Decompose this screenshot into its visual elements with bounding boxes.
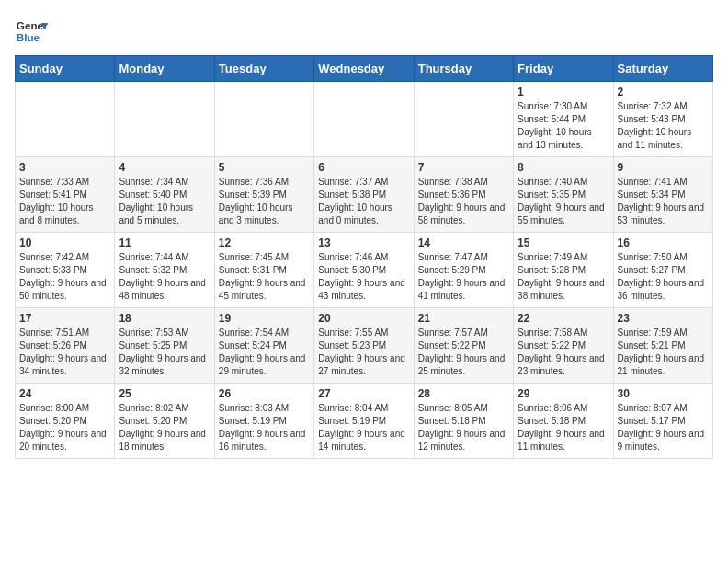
day-info: Sunrise: 8:04 AM Sunset: 5:19 PM Dayligh… <box>318 402 409 454</box>
day-number: 6 <box>318 161 409 174</box>
day-number: 27 <box>318 387 409 400</box>
calendar-cell: 30Sunrise: 8:07 AM Sunset: 5:17 PM Dayli… <box>613 384 712 459</box>
calendar-week-1: 1Sunrise: 7:30 AM Sunset: 5:44 PM Daylig… <box>16 82 713 157</box>
day-info: Sunrise: 7:33 AM Sunset: 5:41 PM Dayligh… <box>19 176 110 227</box>
day-info: Sunrise: 7:41 AM Sunset: 5:34 PM Dayligh… <box>618 176 709 227</box>
calendar-cell: 27Sunrise: 8:04 AM Sunset: 5:19 PM Dayli… <box>314 384 414 459</box>
weekday-header-wednesday: Wednesday <box>314 56 414 82</box>
calendar-cell: 16Sunrise: 7:50 AM Sunset: 5:27 PM Dayli… <box>613 233 712 308</box>
calendar-cell: 11Sunrise: 7:44 AM Sunset: 5:32 PM Dayli… <box>115 233 214 308</box>
calendar-cell: 5Sunrise: 7:36 AM Sunset: 5:39 PM Daylig… <box>214 157 313 233</box>
day-number: 29 <box>518 387 609 400</box>
weekday-header-row: SundayMondayTuesdayWednesdayThursdayFrid… <box>16 56 713 82</box>
day-info: Sunrise: 7:49 AM Sunset: 5:28 PM Dayligh… <box>518 251 609 303</box>
day-info: Sunrise: 7:55 AM Sunset: 5:23 PM Dayligh… <box>318 327 409 378</box>
calendar-cell: 21Sunrise: 7:57 AM Sunset: 5:22 PM Dayli… <box>414 308 513 384</box>
day-info: Sunrise: 7:42 AM Sunset: 5:33 PM Dayligh… <box>19 251 110 303</box>
day-number: 23 <box>618 312 709 325</box>
day-info: Sunrise: 7:32 AM Sunset: 5:43 PM Dayligh… <box>618 100 709 152</box>
day-info: Sunrise: 7:38 AM Sunset: 5:36 PM Dayligh… <box>418 176 509 227</box>
day-number: 20 <box>318 312 409 325</box>
weekday-header-sunday: Sunday <box>16 56 115 82</box>
calendar-cell <box>16 82 115 157</box>
calendar-cell: 19Sunrise: 7:54 AM Sunset: 5:24 PM Dayli… <box>214 308 313 384</box>
day-number: 9 <box>618 161 709 174</box>
calendar-cell <box>115 82 214 157</box>
day-number: 15 <box>518 236 609 249</box>
day-number: 5 <box>219 161 310 174</box>
calendar-body: 1Sunrise: 7:30 AM Sunset: 5:44 PM Daylig… <box>16 82 713 459</box>
day-number: 2 <box>618 86 709 98</box>
calendar-cell: 26Sunrise: 8:03 AM Sunset: 5:19 PM Dayli… <box>214 384 313 459</box>
calendar-cell: 14Sunrise: 7:47 AM Sunset: 5:29 PM Dayli… <box>414 233 513 308</box>
calendar-cell: 25Sunrise: 8:02 AM Sunset: 5:20 PM Dayli… <box>115 384 214 459</box>
day-info: Sunrise: 8:05 AM Sunset: 5:18 PM Dayligh… <box>418 402 509 454</box>
calendar-week-5: 24Sunrise: 8:00 AM Sunset: 5:20 PM Dayli… <box>16 384 713 459</box>
calendar-cell: 13Sunrise: 7:46 AM Sunset: 5:30 PM Dayli… <box>314 233 414 308</box>
calendar-cell: 9Sunrise: 7:41 AM Sunset: 5:34 PM Daylig… <box>613 157 712 233</box>
calendar-table: SundayMondayTuesdayWednesdayThursdayFrid… <box>15 55 713 459</box>
calendar-cell: 15Sunrise: 7:49 AM Sunset: 5:28 PM Dayli… <box>514 233 613 308</box>
day-number: 7 <box>418 161 509 174</box>
day-info: Sunrise: 7:58 AM Sunset: 5:22 PM Dayligh… <box>518 327 609 378</box>
weekday-header-tuesday: Tuesday <box>214 56 313 82</box>
day-info: Sunrise: 7:50 AM Sunset: 5:27 PM Dayligh… <box>618 251 709 303</box>
calendar-cell: 7Sunrise: 7:38 AM Sunset: 5:36 PM Daylig… <box>414 157 513 233</box>
day-number: 21 <box>418 312 509 325</box>
calendar-cell <box>314 82 414 157</box>
calendar-cell: 10Sunrise: 7:42 AM Sunset: 5:33 PM Dayli… <box>16 233 115 308</box>
day-info: Sunrise: 8:07 AM Sunset: 5:17 PM Dayligh… <box>618 402 709 454</box>
day-info: Sunrise: 7:44 AM Sunset: 5:32 PM Dayligh… <box>119 251 210 303</box>
day-info: Sunrise: 8:00 AM Sunset: 5:20 PM Dayligh… <box>19 402 110 454</box>
day-number: 16 <box>618 236 709 249</box>
day-number: 19 <box>219 312 310 325</box>
day-number: 12 <box>219 236 310 249</box>
calendar-cell: 3Sunrise: 7:33 AM Sunset: 5:41 PM Daylig… <box>16 157 115 233</box>
day-number: 28 <box>418 387 509 400</box>
calendar-cell: 23Sunrise: 7:59 AM Sunset: 5:21 PM Dayli… <box>613 308 712 384</box>
day-info: Sunrise: 7:57 AM Sunset: 5:22 PM Dayligh… <box>418 327 509 378</box>
day-info: Sunrise: 7:34 AM Sunset: 5:40 PM Dayligh… <box>119 176 210 227</box>
calendar-week-4: 17Sunrise: 7:51 AM Sunset: 5:26 PM Dayli… <box>16 308 713 384</box>
calendar-cell: 28Sunrise: 8:05 AM Sunset: 5:18 PM Dayli… <box>414 384 513 459</box>
day-number: 8 <box>518 161 609 174</box>
day-number: 4 <box>119 161 210 174</box>
calendar-cell: 12Sunrise: 7:45 AM Sunset: 5:31 PM Dayli… <box>214 233 313 308</box>
calendar-cell: 4Sunrise: 7:34 AM Sunset: 5:40 PM Daylig… <box>115 157 214 233</box>
calendar-cell: 18Sunrise: 7:53 AM Sunset: 5:25 PM Dayli… <box>115 308 214 384</box>
day-number: 10 <box>19 236 110 249</box>
calendar-cell <box>414 82 513 157</box>
day-info: Sunrise: 7:36 AM Sunset: 5:39 PM Dayligh… <box>219 176 310 227</box>
day-number: 24 <box>19 387 110 400</box>
day-number: 1 <box>518 86 609 98</box>
calendar-week-3: 10Sunrise: 7:42 AM Sunset: 5:33 PM Dayli… <box>16 233 713 308</box>
day-info: Sunrise: 7:46 AM Sunset: 5:30 PM Dayligh… <box>318 251 409 303</box>
day-info: Sunrise: 7:40 AM Sunset: 5:35 PM Dayligh… <box>518 176 609 227</box>
day-info: Sunrise: 7:59 AM Sunset: 5:21 PM Dayligh… <box>618 327 709 378</box>
calendar-cell: 1Sunrise: 7:30 AM Sunset: 5:44 PM Daylig… <box>514 82 613 157</box>
day-number: 13 <box>318 236 409 249</box>
logo-icon: General Blue <box>15 15 48 48</box>
header: General Blue <box>15 15 713 48</box>
calendar-cell: 29Sunrise: 8:06 AM Sunset: 5:18 PM Dayli… <box>514 384 613 459</box>
calendar-cell <box>214 82 313 157</box>
day-info: Sunrise: 8:02 AM Sunset: 5:20 PM Dayligh… <box>119 402 210 454</box>
day-number: 3 <box>19 161 110 174</box>
logo: General Blue <box>15 15 48 48</box>
calendar-cell: 6Sunrise: 7:37 AM Sunset: 5:38 PM Daylig… <box>314 157 414 233</box>
svg-text:Blue: Blue <box>17 31 40 43</box>
day-number: 22 <box>518 312 609 325</box>
weekday-header-saturday: Saturday <box>613 56 712 82</box>
day-number: 18 <box>119 312 210 325</box>
calendar-cell: 24Sunrise: 8:00 AM Sunset: 5:20 PM Dayli… <box>16 384 115 459</box>
day-info: Sunrise: 7:53 AM Sunset: 5:25 PM Dayligh… <box>119 327 210 378</box>
day-number: 17 <box>19 312 110 325</box>
day-number: 25 <box>119 387 210 400</box>
day-info: Sunrise: 7:37 AM Sunset: 5:38 PM Dayligh… <box>318 176 409 227</box>
calendar-cell: 17Sunrise: 7:51 AM Sunset: 5:26 PM Dayli… <box>16 308 115 384</box>
day-info: Sunrise: 7:51 AM Sunset: 5:26 PM Dayligh… <box>19 327 110 378</box>
day-info: Sunrise: 8:06 AM Sunset: 5:18 PM Dayligh… <box>518 402 609 454</box>
calendar-cell: 22Sunrise: 7:58 AM Sunset: 5:22 PM Dayli… <box>514 308 613 384</box>
weekday-header-monday: Monday <box>115 56 214 82</box>
day-info: Sunrise: 8:03 AM Sunset: 5:19 PM Dayligh… <box>219 402 310 454</box>
